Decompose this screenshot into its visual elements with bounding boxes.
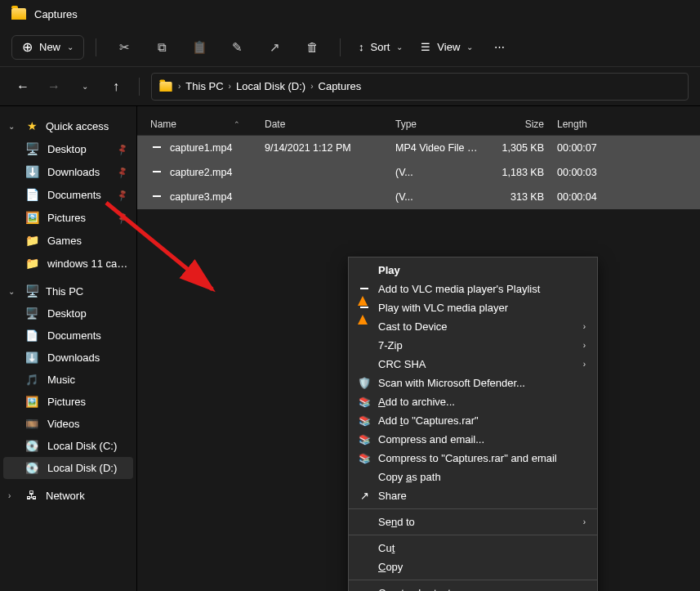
sidebar-item-label: Games xyxy=(47,235,128,247)
back-button[interactable]: ← xyxy=(11,75,34,98)
context-menu-item[interactable]: 📚Compress to "Captures.rar" and email xyxy=(349,449,597,468)
file-row[interactable]: capture3.mp4(V...313 KB00:00:04 xyxy=(137,185,700,209)
context-menu-separator xyxy=(349,535,597,535)
plus-icon: ⊕ xyxy=(22,41,33,54)
col-date[interactable]: Date xyxy=(258,114,389,135)
sidebar-item[interactable]: 📁windows 11 capptures xyxy=(3,252,133,275)
breadcrumb-segment[interactable]: Captures xyxy=(319,80,362,92)
breadcrumb-segment[interactable]: Local Disk (D:) xyxy=(236,80,305,92)
chevron-down-icon: ⌄ xyxy=(466,43,473,51)
context-menu-item[interactable]: 📚Add to "Captures.rar" xyxy=(349,411,597,430)
paste-icon[interactable]: 📋 xyxy=(183,33,216,62)
rar-icon: 📚 xyxy=(359,415,371,427)
view-button[interactable]: ☰ View ⌄ xyxy=(414,36,479,58)
context-menu-item[interactable]: Copy xyxy=(349,557,597,576)
col-length[interactable]: Length xyxy=(551,114,616,135)
sidebar: ⌄ ★ Quick access 🖥️Desktop⬇️Downloads📄Do… xyxy=(0,106,137,591)
vlc-icon xyxy=(358,302,371,314)
col-size[interactable]: Size xyxy=(485,114,551,135)
context-menu-item[interactable]: Add to VLC media player's Playlist xyxy=(349,280,597,298)
context-menu-item[interactable]: 7-Zip› xyxy=(349,336,597,355)
context-menu-label: Compress and email... xyxy=(378,433,586,445)
context-menu-item[interactable]: 📚Compress and email... xyxy=(349,430,597,449)
rename-icon[interactable]: ✎ xyxy=(221,33,253,62)
view-icon: ☰ xyxy=(421,41,430,53)
sidebar-this-pc: ⌄ 🖥️ This PC 🖥️Desktop📄Documents⬇️Downlo… xyxy=(3,280,133,479)
sidebar-item[interactable]: 💽Local Disk (D:) xyxy=(3,457,133,479)
sort-button[interactable]: ↕ Sort ⌄ xyxy=(352,36,409,58)
file-name: capture3.mp4 xyxy=(170,191,232,203)
context-menu-item[interactable]: Send to› xyxy=(349,513,597,531)
chevron-down-icon: ⌄ xyxy=(8,122,18,131)
context-menu-label: Cast to Device xyxy=(378,320,577,333)
breadcrumb-segment[interactable]: This PC xyxy=(185,80,223,92)
share-icon[interactable]: ↗ xyxy=(258,33,291,62)
column-headers: Name⌃ Date Type Size Length xyxy=(137,106,700,136)
chevron-down-icon: ⌄ xyxy=(8,287,18,296)
sidebar-item-label: Local Disk (C:) xyxy=(47,440,128,452)
sidebar-item[interactable]: 📁Games xyxy=(3,229,133,252)
sidebar-item[interactable]: ⬇️Downloads xyxy=(3,160,133,183)
col-name[interactable]: Name⌃ xyxy=(144,114,258,135)
context-menu-item[interactable]: ↗Share xyxy=(349,486,597,505)
sidebar-item[interactable]: 💽Local Disk (C:) xyxy=(3,435,133,457)
context-menu-item[interactable]: 📚Add to archive... xyxy=(349,392,597,411)
network-icon: 🖧 xyxy=(25,489,39,502)
sort-caret-icon: ⌃ xyxy=(234,120,240,128)
context-menu-label: Play with VLC media player xyxy=(378,302,586,314)
window-title: Captures xyxy=(34,8,78,20)
sidebar-header-this-pc[interactable]: ⌄ 🖥️ This PC xyxy=(3,280,133,302)
file-row[interactable]: capture1.mp49/14/2021 1:12 PMMP4 Video F… xyxy=(137,136,700,160)
sidebar-item-label: Local Disk (D:) xyxy=(47,462,128,474)
cut-icon[interactable]: ✂ xyxy=(108,33,140,62)
forward-button[interactable]: → xyxy=(42,75,65,98)
sidebar-item-label: Downloads xyxy=(47,166,128,178)
sidebar-item[interactable]: ⬇️Downloads xyxy=(3,347,133,369)
sidebar-header-network[interactable]: › 🖧 Network xyxy=(3,484,133,507)
sidebar-item-label: windows 11 capptures xyxy=(47,257,128,270)
file-row[interactable]: capture2.mp4(V...1,183 KB00:00:03 xyxy=(137,160,700,185)
context-menu-item[interactable]: 🛡️Scan with Microsoft Defender... xyxy=(349,374,597,392)
file-length: 00:00:03 xyxy=(551,167,616,178)
file-size: 313 KB xyxy=(485,191,551,203)
file-list: Name⌃ Date Type Size Length capture1.mp4… xyxy=(137,106,700,591)
context-menu-item[interactable]: Create shortcut xyxy=(349,584,597,591)
sidebar-header-label: Quick access xyxy=(46,120,109,132)
context-menu-item[interactable]: Play xyxy=(349,261,597,280)
more-button[interactable]: ⋯ xyxy=(484,36,516,58)
file-type: (V... xyxy=(389,191,485,203)
delete-icon[interactable]: 🗑 xyxy=(296,33,328,62)
vlc-icon xyxy=(150,142,163,154)
sidebar-header-quick-access[interactable]: ⌄ ★ Quick access xyxy=(3,114,133,137)
vlc-icon xyxy=(150,167,163,178)
col-type[interactable]: Type xyxy=(389,114,485,135)
address-bar[interactable]: › This PC › Local Disk (D:) › Captures xyxy=(151,73,689,101)
recent-button[interactable]: ⌄ xyxy=(74,75,96,98)
sidebar-item[interactable]: 📄Documents xyxy=(3,325,133,347)
context-menu-item[interactable]: Cast to Device› xyxy=(349,317,597,336)
up-button[interactable]: ↑ xyxy=(105,75,127,98)
new-button-label: New xyxy=(39,41,60,53)
separator xyxy=(96,38,96,56)
file-name: capture1.mp4 xyxy=(170,142,232,154)
chevron-right-icon: › xyxy=(310,82,313,91)
context-menu-label: Add to "Captures.rar" xyxy=(378,414,586,427)
context-menu-item[interactable]: Play with VLC media player xyxy=(349,298,597,317)
context-menu-item[interactable]: CRC SHA› xyxy=(349,355,597,374)
sidebar-item[interactable]: 🎞️Videos xyxy=(3,413,133,435)
sidebar-item[interactable]: 🖼️Pictures xyxy=(3,391,133,413)
context-menu-item[interactable]: Cut xyxy=(349,539,597,557)
sidebar-item[interactable]: 🖥️Desktop xyxy=(3,302,133,325)
titlebar: Captures xyxy=(0,0,700,28)
copy-icon[interactable]: ⧉ xyxy=(145,33,178,62)
new-button[interactable]: ⊕ New ⌄ xyxy=(11,35,84,60)
sidebar-item[interactable]: 📄Documents xyxy=(3,183,133,206)
context-menu-item[interactable]: Copy as path xyxy=(349,468,597,486)
sidebar-item[interactable]: 🎵Music xyxy=(3,369,133,391)
sidebar-item[interactable]: 🖼️Pictures xyxy=(3,206,133,229)
sidebar-item-icon: 🎵 xyxy=(25,374,39,386)
sidebar-item[interactable]: 🖥️Desktop xyxy=(3,137,133,160)
file-type: MP4 Video File (V... xyxy=(389,142,485,154)
sidebar-item-icon: ⬇️ xyxy=(25,351,39,364)
chevron-right-icon: › xyxy=(229,82,231,91)
